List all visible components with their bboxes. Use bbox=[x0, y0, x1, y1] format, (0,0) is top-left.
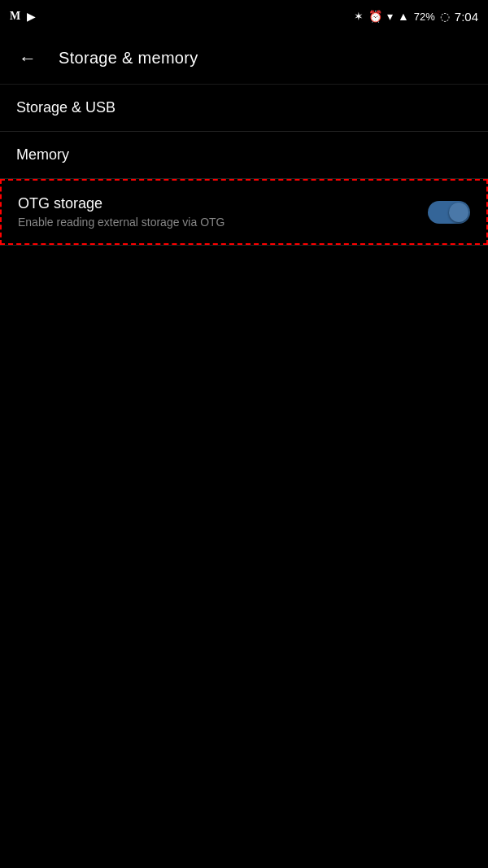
gmail-icon: M bbox=[10, 10, 20, 23]
toggle-track bbox=[428, 201, 470, 224]
network-signal-icon: ▲ bbox=[398, 10, 409, 23]
youtube-icon: ▶ bbox=[27, 10, 36, 23]
wifi-signal-icon: ▾ bbox=[387, 10, 393, 23]
status-bar-right-icons: ✶ ⏰ ▾ ▲ 72% ◌ 7:04 bbox=[354, 10, 478, 24]
otg-storage-subtitle: Enable reading external storage via OTG bbox=[18, 216, 224, 229]
alarm-icon: ⏰ bbox=[368, 10, 382, 23]
toggle-thumb bbox=[449, 203, 468, 222]
back-button[interactable]: ← bbox=[13, 44, 42, 73]
divider-3 bbox=[0, 245, 488, 246]
storage-usb-item[interactable]: Storage & USB bbox=[0, 85, 488, 131]
otg-storage-title: OTG storage bbox=[18, 195, 224, 212]
bluetooth-icon: ✶ bbox=[354, 10, 364, 23]
status-bar-left-icons: M ▶ bbox=[10, 10, 36, 23]
page-title: Storage & memory bbox=[59, 49, 198, 68]
otg-storage-text-group: OTG storage Enable reading external stor… bbox=[18, 195, 224, 229]
status-bar: M ▶ ✶ ⏰ ▾ ▲ 72% ◌ 7:04 bbox=[0, 0, 488, 33]
storage-usb-label: Storage & USB bbox=[16, 99, 115, 116]
memory-item[interactable]: Memory bbox=[0, 132, 488, 178]
battery-circle-icon: ◌ bbox=[440, 10, 450, 23]
memory-label: Memory bbox=[16, 146, 69, 164]
back-arrow-icon: ← bbox=[19, 50, 37, 68]
app-bar: ← Storage & memory bbox=[0, 33, 488, 85]
otg-storage-item[interactable]: OTG storage Enable reading external stor… bbox=[0, 179, 488, 245]
battery-indicator: 72% bbox=[414, 11, 435, 23]
clock: 7:04 bbox=[455, 10, 478, 24]
otg-storage-toggle[interactable] bbox=[428, 201, 470, 224]
